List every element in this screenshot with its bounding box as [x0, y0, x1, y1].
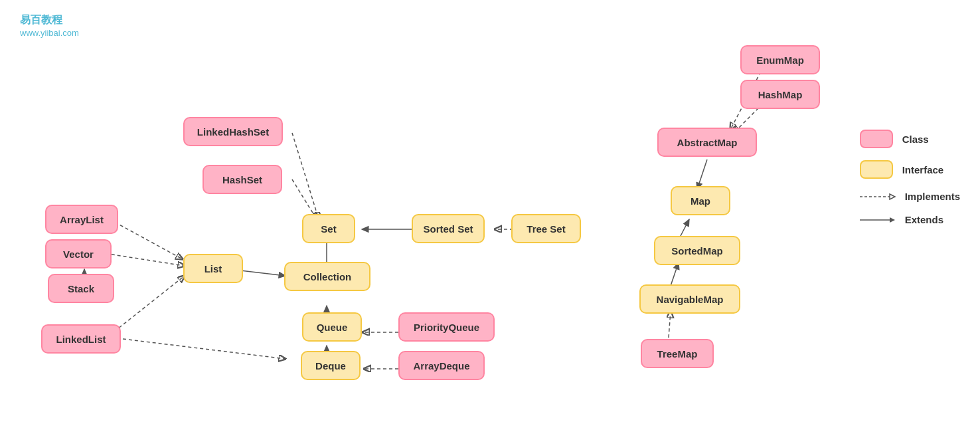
svg-line-17	[697, 159, 707, 189]
legend-extends-line	[860, 219, 893, 221]
node-treeset: Tree Set	[511, 214, 581, 243]
svg-line-0	[110, 219, 183, 259]
node-priorityqueue: PriorityQueue	[398, 312, 495, 342]
node-map: Map	[671, 186, 730, 215]
svg-line-10	[292, 133, 319, 219]
svg-line-9	[292, 179, 317, 219]
node-enummap: EnumMap	[740, 45, 820, 74]
svg-marker-24	[890, 217, 895, 223]
node-linkedhashset: LinkedHashSet	[183, 117, 283, 146]
node-sortedmap: SortedMap	[654, 236, 740, 265]
legend: Class Interface Implements Extends	[860, 130, 960, 237]
node-treemap: TreeMap	[641, 339, 714, 368]
svg-line-18	[681, 219, 689, 236]
legend-interface-box	[860, 160, 893, 179]
node-deque: Deque	[301, 351, 361, 380]
node-abstractmap: AbstractMap	[657, 128, 757, 157]
node-arraydeque: ArrayDeque	[398, 351, 485, 380]
node-collection: Collection	[284, 262, 370, 291]
diagram-container: 易百教程 www.yiibai.com List --> List --> Ve…	[0, 0, 980, 422]
legend-interface-item: Interface	[860, 160, 960, 179]
brand-name: 易百教程	[20, 13, 62, 27]
node-stack: Stack	[48, 274, 114, 303]
svg-marker-22	[890, 194, 895, 199]
legend-implements-label: Implements	[905, 191, 960, 202]
legend-class-box	[860, 130, 893, 148]
legend-extends-label: Extends	[905, 214, 943, 225]
legend-class-item: Class	[860, 130, 960, 148]
legend-class-label: Class	[902, 134, 929, 145]
node-arraylist: ArrayList	[45, 205, 118, 234]
node-list: List	[183, 254, 243, 283]
node-queue: Queue	[302, 312, 362, 342]
node-hashmap: HashMap	[740, 80, 820, 109]
legend-implements-line	[860, 196, 893, 197]
legend-interface-label: Interface	[902, 164, 944, 175]
brand-url: www.yiibai.com	[20, 28, 79, 38]
svg-line-1	[100, 253, 185, 266]
svg-line-19	[671, 263, 679, 286]
node-set: Set	[302, 214, 355, 243]
node-navigablemap: NavigableMap	[639, 284, 740, 314]
node-linkedlist: LinkedList	[41, 324, 121, 354]
legend-extends-item: Extends	[860, 214, 960, 225]
svg-line-4	[123, 339, 286, 359]
node-sortedset: Sorted Set	[412, 214, 485, 243]
legend-implements-item: Implements	[860, 191, 960, 202]
arrows-svg: List --> List --> Vector --> List --> De…	[0, 0, 980, 422]
node-hashset: HashSet	[203, 165, 282, 194]
node-vector: Vector	[45, 239, 112, 268]
